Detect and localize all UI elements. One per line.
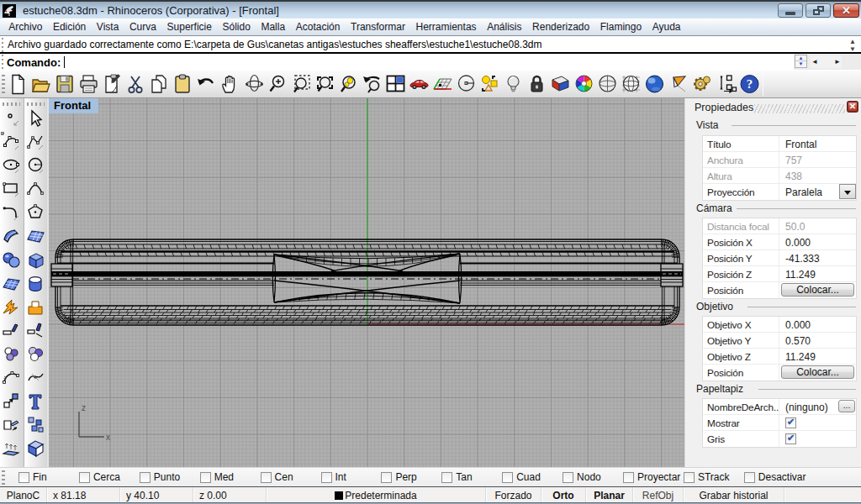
status-forzado[interactable]: Forzado [486, 487, 541, 502]
paste-clipboard-icon[interactable] [172, 73, 194, 96]
property-value[interactable]: 0.000 [779, 234, 856, 249]
scroll-right-icon[interactable]: ► [834, 58, 841, 66]
property-value[interactable]: ✔ [779, 415, 856, 430]
mostrar-checkbox[interactable]: ✔ [785, 417, 796, 428]
menu-ayuda[interactable]: Ayuda [647, 19, 685, 34]
sidebar-grip-1[interactable] [3, 102, 20, 106]
fillet-edge-icon[interactable] [1, 320, 22, 341]
status-orto[interactable]: Orto [541, 487, 586, 502]
cplane-grid-icon[interactable] [431, 73, 454, 96]
pan-hand-icon[interactable] [219, 73, 241, 96]
sphere-blue-icon[interactable] [643, 73, 666, 96]
status-grabar-historial[interactable]: Grabar historial [684, 487, 784, 502]
osnap-strack[interactable]: STrack [684, 471, 730, 483]
select-arrow-icon[interactable] [25, 108, 46, 129]
sphere-wire-icon[interactable] [620, 73, 642, 96]
property-value[interactable]: 11.249 [779, 266, 856, 281]
osnap-checkbox-tan[interactable] [441, 472, 452, 483]
menu-edicion[interactable]: Edición [48, 19, 92, 34]
solid-box-icon[interactable] [25, 438, 46, 459]
group-circles-icon[interactable] [1, 344, 22, 365]
command-hscroll[interactable]: ◄► [811, 55, 842, 68]
sphere-shaded-icon[interactable] [596, 73, 619, 96]
minimize-button[interactable] [778, 3, 803, 18]
osnap-checkbox-strack[interactable] [684, 472, 695, 483]
extrude-arrows-icon[interactable] [1, 438, 22, 459]
spheres-icon[interactable] [1, 249, 22, 270]
conic-curve-icon[interactable] [25, 179, 46, 200]
status-predeterminada[interactable]: Predeterminada [267, 487, 486, 502]
osnap-grip[interactable] [2, 470, 5, 485]
menu-herramientas[interactable]: Herramientas [410, 19, 482, 34]
property-value[interactable]: Colocar... [779, 282, 856, 298]
command-spinner[interactable]: ▲▼ [795, 55, 807, 68]
menu-renderizado[interactable]: Renderizado [527, 19, 595, 34]
toolbar-grip[interactable] [2, 75, 5, 95]
undo-view-icon[interactable] [361, 73, 383, 96]
circle-radius-icon[interactable] [455, 73, 478, 96]
spotlight-cone-icon[interactable] [667, 73, 689, 96]
viewport-layout-icon[interactable] [384, 73, 407, 96]
osnap-cuad[interactable]: Cuad [502, 471, 541, 483]
surface-patch-icon[interactable] [1, 226, 22, 247]
osnap-checkbox-fin[interactable] [18, 472, 29, 483]
undo-icon[interactable] [195, 73, 218, 96]
osnap-cen[interactable]: Cen [261, 471, 293, 483]
property-value[interactable]: -41.333 [779, 250, 856, 265]
status-refobj[interactable]: RefObj [633, 487, 684, 502]
menu-malla[interactable]: Malla [256, 19, 290, 34]
osnap-int[interactable]: Int [321, 471, 346, 483]
properties-close-button[interactable]: ✕ [847, 101, 858, 113]
menu-curva[interactable]: Curva [124, 19, 162, 34]
history-record-icon[interactable] [715, 73, 737, 96]
select-objects-icon[interactable] [478, 73, 501, 96]
properties-grip[interactable] [754, 104, 845, 113]
rotate-view-icon[interactable] [243, 73, 266, 96]
mesh-patch-icon[interactable] [25, 226, 46, 247]
property-value[interactable]: (ninguno) [779, 399, 856, 414]
property-value[interactable]: ✔ [779, 431, 856, 447]
menu-archivo[interactable]: Archivo [3, 19, 48, 34]
colocar-button[interactable]: Colocar... [781, 365, 854, 379]
property-value[interactable]: 0.000 [779, 317, 856, 332]
osnap-checkbox-nodo[interactable] [563, 472, 573, 483]
new-document-icon[interactable] [7, 73, 29, 96]
zoom-selected-icon[interactable] [337, 73, 360, 96]
osnap-checkbox-cuad[interactable] [502, 472, 513, 483]
menu-transformar[interactable]: Transformar [346, 19, 411, 34]
circle-icon[interactable] [25, 155, 46, 176]
property-value[interactable]: Frontal [779, 136, 856, 151]
polyline-icon[interactable] [25, 132, 46, 153]
property-value[interactable]: Paralela [779, 184, 856, 200]
color-wheel-icon[interactable] [573, 73, 595, 96]
balls-group-icon[interactable] [25, 344, 46, 365]
colocar-button[interactable]: Colocar... [781, 283, 854, 297]
zoom-window-icon[interactable] [314, 73, 336, 96]
car-demo-icon[interactable] [408, 73, 430, 96]
osnap-checkbox-int[interactable] [321, 472, 332, 483]
restore-button[interactable] [806, 3, 831, 18]
property-value[interactable]: 0.570 [779, 333, 856, 348]
command-history-scrollbar[interactable]: ▲▼ [847, 38, 858, 53]
menu-vista[interactable]: Vista [92, 19, 124, 34]
osnap-checkbox-cerca[interactable] [79, 472, 90, 483]
viewport-title-label[interactable]: Frontal [49, 98, 98, 113]
property-value[interactable]: 11.249 [779, 349, 856, 364]
curve-control-points-icon[interactable] [1, 132, 22, 153]
copy-plane-icon[interactable] [1, 414, 22, 435]
lock-icon[interactable] [526, 73, 548, 96]
rectangle-icon[interactable] [1, 179, 22, 200]
puzzle-join-icon[interactable] [25, 297, 46, 318]
menu-flamingo[interactable]: Flamingo [594, 19, 647, 34]
cylinder-icon[interactable] [25, 273, 46, 294]
menu-acotacion[interactable]: Acotación [290, 19, 345, 34]
osnap-checkbox-desactivar[interactable] [744, 472, 755, 483]
export-notes-icon[interactable] [101, 73, 124, 96]
status-planar[interactable]: Planar [586, 487, 633, 502]
curve-handle-icon[interactable] [25, 367, 46, 388]
gears-options-icon[interactable] [690, 73, 713, 96]
print-icon[interactable] [77, 73, 100, 96]
osnap-checkbox-med[interactable] [200, 472, 211, 483]
surface-grid-icon[interactable] [1, 273, 22, 294]
osnap-nodo[interactable]: Nodo [563, 471, 601, 483]
